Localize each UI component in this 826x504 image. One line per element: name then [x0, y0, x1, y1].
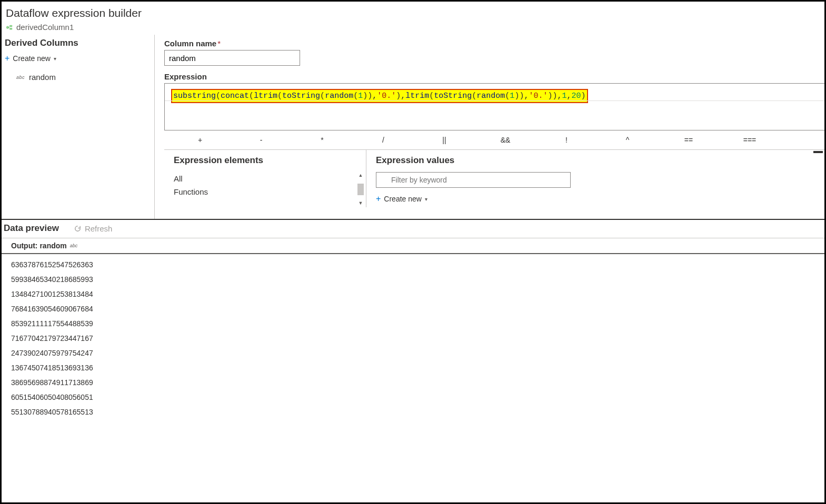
preview-row: 63637876152547526363 — [11, 257, 824, 272]
operator-divide[interactable]: / — [353, 133, 414, 147]
operator-eq[interactable]: == — [658, 133, 719, 147]
header: Dataflow expression builder derivedColum… — [2, 2, 824, 35]
refresh-icon — [74, 225, 82, 233]
type-icon-string: abc — [70, 243, 78, 248]
type-icon-string: abc — [16, 75, 25, 80]
create-new-value-button[interactable]: + Create new ▾ — [376, 194, 824, 204]
operator-or[interactable]: || — [414, 133, 475, 147]
column-name-label: Column name* — [164, 39, 824, 48]
operator-not[interactable]: ! — [536, 133, 597, 147]
create-new-column-button[interactable]: + Create new ▾ — [5, 54, 150, 63]
preview-row: 38695698874911713869 — [11, 375, 824, 390]
values-filter-input[interactable] — [376, 172, 571, 188]
operator-plus[interactable]: + — [170, 133, 231, 147]
scroll-down-icon[interactable]: ▼ — [359, 201, 363, 206]
column-name-input[interactable] — [164, 50, 300, 66]
required-marker: * — [217, 39, 221, 48]
node-name: derivedColumn1 — [16, 23, 74, 32]
create-new-value-label: Create new — [384, 195, 422, 203]
chevron-down-icon: ▾ — [54, 56, 56, 62]
preview-rows: 6363787615254752636359938465340218685993… — [2, 254, 824, 419]
scroll-up-icon[interactable]: ▲ — [359, 173, 363, 178]
expression-elements-panel: Expression elements All Functions ▲ ▼ — [164, 150, 366, 207]
elements-filter-all[interactable]: All — [174, 172, 365, 185]
chevron-down-icon: ▾ — [425, 196, 427, 202]
collapse-handle[interactable] — [813, 151, 823, 153]
data-preview-panel: Data preview Refresh Output: random abc … — [2, 219, 824, 419]
refresh-label: Refresh — [85, 224, 113, 233]
operator-multiply[interactable]: * — [292, 133, 353, 147]
sidebar: Derived Columns + Create new ▾ abc rando… — [2, 35, 155, 219]
node-breadcrumb: derivedColumn1 — [6, 23, 820, 32]
elements-scrollbar[interactable]: ▲ ▼ — [356, 173, 365, 206]
preview-row: 13484271001253813484 — [11, 287, 824, 301]
refresh-button[interactable]: Refresh — [74, 224, 113, 233]
svg-rect-2 — [9, 27, 12, 29]
expression-label: Expression — [164, 72, 824, 81]
sidebar-title: Derived Columns — [5, 38, 150, 48]
create-new-label: Create new — [13, 54, 51, 63]
derived-column-icon — [6, 24, 13, 31]
expression-elements-title: Expression elements — [174, 155, 365, 166]
data-preview-title: Data preview — [4, 223, 59, 234]
preview-row: 76841639054609067684 — [11, 301, 824, 316]
preview-row: 24739024075979754247 — [11, 346, 824, 360]
output-header: Output: random abc — [2, 238, 824, 254]
expression-editor[interactable]: substring(concat(ltrim(toString(random(1… — [164, 83, 824, 130]
expression-values-panel: Expression values + Create new ▾ — [366, 150, 824, 207]
operator-xor[interactable]: ^ — [597, 133, 658, 147]
svg-rect-1 — [9, 25, 12, 27]
page-title: Dataflow expression builder — [6, 7, 820, 19]
preview-row: 85392111117554488539 — [11, 316, 824, 331]
preview-row: 13674507418513693136 — [11, 360, 824, 375]
scroll-thumb[interactable] — [357, 184, 364, 195]
editor-rule — [165, 100, 824, 101]
preview-row: 55130788940578165513 — [11, 405, 824, 419]
preview-row: 71677042179723447167 — [11, 331, 824, 346]
sidebar-column-name: random — [29, 73, 56, 82]
sidebar-column-item[interactable]: abc random — [16, 73, 150, 82]
operator-minus[interactable]: - — [231, 133, 292, 147]
main-panel: Column name* Expression substring(concat… — [155, 35, 824, 219]
expression-values-title: Expression values — [376, 155, 824, 166]
operator-toolbar: + - * / || && ! ^ == === — [164, 130, 824, 149]
plus-icon: + — [376, 194, 381, 204]
operator-and[interactable]: && — [475, 133, 536, 147]
preview-row: 59938465340218685993 — [11, 272, 824, 287]
plus-icon: + — [5, 54, 9, 63]
elements-filter-functions[interactable]: Functions — [174, 185, 365, 198]
operator-eqeq[interactable]: === — [719, 133, 780, 147]
preview-row: 60515406050408056051 — [11, 390, 824, 405]
